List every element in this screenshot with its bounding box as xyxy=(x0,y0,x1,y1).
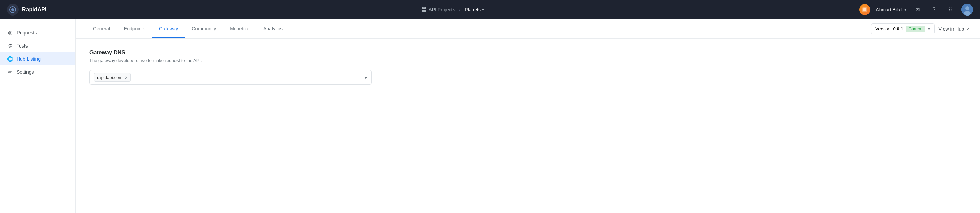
sidebar-item-settings[interactable]: ✏ Settings xyxy=(0,66,75,78)
sidebar-item-requests-label: Requests xyxy=(16,30,37,35)
tab-general[interactable]: General xyxy=(86,20,117,38)
logo[interactable]: RapidAPI xyxy=(7,4,46,16)
top-navigation: RapidAPI API Projects / Planets ▾ Ahmad … xyxy=(0,0,980,19)
user-name: Ahmad Bilal xyxy=(876,7,902,13)
version-selector[interactable]: Version 0.0.1 Current ▾ xyxy=(871,24,934,34)
tabs: General Endpoints Gateway Community Mone… xyxy=(86,20,871,38)
tab-actions: Version 0.0.1 Current ▾ View in Hub ↗ xyxy=(871,24,970,34)
main-layout: ◎ Requests ⚗ Tests 🌐 Hub Listing ✏ Setti… xyxy=(0,19,980,213)
tab-monetize[interactable]: Monetize xyxy=(223,20,256,38)
settings-icon: ✏ xyxy=(7,69,13,75)
sidebar-item-hub-listing-label: Hub Listing xyxy=(16,56,41,62)
sidebar-item-hub-listing[interactable]: 🌐 Hub Listing xyxy=(0,52,75,66)
tab-community[interactable]: Community xyxy=(185,20,223,38)
grid-icon xyxy=(422,7,426,12)
logo-icon xyxy=(7,4,19,16)
tests-icon: ⚗ xyxy=(7,43,13,49)
project-name-text: Planets xyxy=(465,7,481,13)
sidebar: ◎ Requests ⚗ Tests 🌐 Hub Listing ✏ Setti… xyxy=(0,19,76,213)
requests-icon: ◎ xyxy=(7,30,13,36)
svg-point-5 xyxy=(965,6,969,10)
view-in-hub-label: View in Hub xyxy=(939,26,964,32)
hub-listing-icon: 🌐 xyxy=(7,56,13,62)
version-number: 0.0.1 xyxy=(893,26,903,31)
version-chevron-icon: ▾ xyxy=(928,27,930,31)
user-chevron-icon: ▾ xyxy=(904,7,906,12)
tab-bar: General Endpoints Gateway Community Mone… xyxy=(76,19,980,38)
gateway-dns-description: The gateway developers use to make reque… xyxy=(89,58,966,63)
project-chevron-icon: ▾ xyxy=(482,7,484,12)
view-in-hub-link[interactable]: View in Hub ↗ xyxy=(939,26,970,32)
apps-button[interactable]: ⠿ xyxy=(945,4,956,15)
sidebar-item-settings-label: Settings xyxy=(16,69,34,75)
breadcrumb: API Projects / Planets ▾ xyxy=(53,7,852,13)
current-badge: Current xyxy=(906,26,925,32)
user-avatar[interactable] xyxy=(961,4,973,16)
breadcrumb-separator: / xyxy=(459,7,460,13)
tab-endpoints[interactable]: Endpoints xyxy=(117,20,152,38)
tab-analytics[interactable]: Analytics xyxy=(256,20,290,38)
logo-text: RapidAPI xyxy=(22,6,46,13)
svg-point-1 xyxy=(11,8,14,11)
gateway-dns-title: Gateway DNS xyxy=(89,50,966,56)
api-projects-label: API Projects xyxy=(428,7,455,13)
page-content: Gateway DNS The gateway developers use t… xyxy=(76,38,980,213)
svg-rect-3 xyxy=(863,8,866,11)
content-area: General Endpoints Gateway Community Mone… xyxy=(76,19,980,213)
nav-right-actions: Ahmad Bilal ▾ ✉ ? ⠿ xyxy=(859,4,973,16)
tab-gateway[interactable]: Gateway xyxy=(152,20,185,38)
dns-chevron-icon: ▾ xyxy=(365,75,367,80)
api-projects-link[interactable]: API Projects xyxy=(422,7,455,13)
dns-tag-value: rapidapi.com xyxy=(97,75,123,80)
dns-tag-remove-icon[interactable]: × xyxy=(124,75,127,80)
user-info[interactable]: Ahmad Bilal ▾ xyxy=(876,7,906,13)
external-link-icon: ↗ xyxy=(966,27,970,31)
messages-button[interactable]: ✉ xyxy=(912,4,923,15)
dns-tag: rapidapi.com × xyxy=(94,73,131,82)
sidebar-item-requests[interactable]: ◎ Requests xyxy=(0,26,75,39)
sidebar-item-tests[interactable]: ⚗ Tests xyxy=(0,39,75,52)
sidebar-item-tests-label: Tests xyxy=(16,43,28,49)
version-label: Version xyxy=(875,26,890,31)
dns-input[interactable]: rapidapi.com × ▾ xyxy=(89,70,372,85)
project-name[interactable]: Planets ▾ xyxy=(465,7,484,13)
help-button[interactable]: ? xyxy=(928,4,939,15)
user-org-avatar xyxy=(859,4,870,15)
